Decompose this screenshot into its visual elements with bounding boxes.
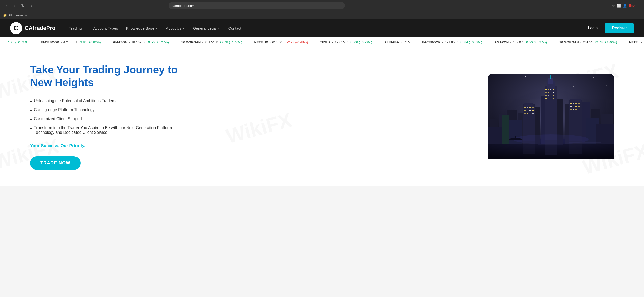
nav-account-types[interactable]: Account Types bbox=[90, 24, 121, 32]
ticker-item-alibaba: ALIBABA • TY 5 bbox=[378, 40, 416, 44]
svg-rect-63 bbox=[545, 140, 557, 155]
about-dropdown-icon: ▼ bbox=[182, 27, 185, 30]
svg-rect-17 bbox=[550, 75, 551, 79]
logo-link[interactable]: C CAtradePro bbox=[10, 22, 55, 34]
nav-trading[interactable]: Trading ▼ bbox=[65, 24, 89, 32]
svg-rect-48 bbox=[570, 106, 572, 107]
svg-rect-38 bbox=[532, 110, 534, 111]
forward-button[interactable]: › bbox=[11, 2, 18, 9]
svg-rect-25 bbox=[545, 95, 547, 96]
nav-links: Trading ▼ Account Types Knowledge Base ▼… bbox=[65, 24, 584, 32]
svg-rect-26 bbox=[553, 95, 554, 96]
svg-rect-32 bbox=[524, 107, 526, 108]
ticker-item-facebook: FACEBOOK • 471.85 D +3.84 (+0.82%) bbox=[35, 40, 107, 44]
svg-rect-53 bbox=[575, 109, 577, 110]
svg-rect-44 bbox=[570, 103, 572, 104]
extensions-icon[interactable]: ⬜ bbox=[617, 4, 621, 8]
svg-rect-47 bbox=[578, 103, 580, 104]
back-button[interactable]: ‹ bbox=[3, 2, 10, 9]
ticker-track: +1.20 (+0.71%) FACEBOOK • 471.85 D +3.84… bbox=[0, 40, 644, 44]
svg-rect-21 bbox=[553, 89, 554, 90]
svg-rect-19 bbox=[548, 89, 549, 90]
svg-rect-29 bbox=[553, 98, 554, 99]
menu-icon[interactable]: ⋮ bbox=[638, 4, 641, 8]
nav-knowledge-base[interactable]: Knowledge Base ▼ bbox=[123, 24, 162, 32]
home-button[interactable]: ⌂ bbox=[27, 2, 34, 9]
nav-right: Login Register bbox=[584, 23, 634, 33]
navbar: C CAtradePro Trading ▼ Account Types Kno… bbox=[0, 19, 644, 37]
svg-rect-39 bbox=[524, 113, 526, 114]
hero-bullet-3: Customized Client Support bbox=[30, 115, 181, 124]
nav-contact-label: Contact bbox=[228, 26, 241, 30]
bookmarks-bar: 📁 All Bookmarks bbox=[0, 11, 644, 19]
hero-bullet-4: Transform into the Trader You Aspire to … bbox=[30, 124, 181, 136]
svg-rect-45 bbox=[573, 103, 574, 104]
nav-contact[interactable]: Contact bbox=[225, 24, 245, 32]
svg-rect-61 bbox=[507, 117, 508, 117]
reload-button[interactable]: ↻ bbox=[19, 2, 26, 9]
nav-trading-label: Trading bbox=[69, 26, 82, 30]
logo-text: CAtradePro bbox=[25, 25, 55, 31]
register-button[interactable]: Register bbox=[605, 23, 634, 33]
svg-rect-31 bbox=[524, 103, 533, 107]
svg-rect-18 bbox=[545, 89, 547, 90]
nav-general-legal-label: General Legal bbox=[193, 26, 217, 30]
nav-about-us-label: About Us bbox=[166, 26, 181, 30]
bookmarks-label: All Bookmarks bbox=[8, 14, 28, 17]
ticker-item-prev: +1.20 (+0.71%) bbox=[0, 40, 35, 44]
svg-rect-51 bbox=[570, 109, 572, 110]
svg-rect-41 bbox=[532, 113, 534, 114]
svg-point-71 bbox=[495, 79, 496, 79]
ticker-item-jpmorgan-dup: JP MORGAN • 201.51 +2.78 (+1.40%) bbox=[553, 40, 623, 44]
browser-nav-buttons: ‹ › ↻ ⌂ bbox=[3, 2, 34, 9]
svg-rect-49 bbox=[575, 106, 577, 107]
browser-chrome: ‹ › ↻ ⌂ catradepro.com ☆ ⬜ 👤 Error ⋮ bbox=[0, 0, 644, 11]
ticker-change-prev: +1.20 (+0.71%) bbox=[6, 40, 29, 44]
nav-knowledge-base-label: Knowledge Base bbox=[126, 26, 155, 30]
svg-rect-57 bbox=[596, 124, 614, 144]
svg-rect-46 bbox=[575, 103, 577, 104]
svg-rect-43 bbox=[570, 99, 581, 102]
logo-circle: C bbox=[10, 22, 22, 34]
ticker-item-jpmorgan: JP MORGAN • 201.51 D +2.78 (+1.40%) bbox=[175, 40, 248, 44]
bookmark-icon[interactable]: ☆ bbox=[612, 4, 615, 8]
address-bar[interactable]: catradepro.com bbox=[169, 2, 345, 9]
ticker-item-amazon-dup: AMAZON • 187.07 +0.50 (+0.27%) bbox=[488, 40, 553, 44]
svg-rect-79 bbox=[515, 136, 516, 139]
svg-rect-22 bbox=[545, 92, 547, 93]
bookmarks-folder-icon: 📁 bbox=[3, 14, 7, 17]
hero-image bbox=[488, 74, 614, 159]
trading-dropdown-icon: ▼ bbox=[83, 27, 85, 30]
svg-rect-34 bbox=[529, 107, 531, 108]
svg-point-75 bbox=[593, 77, 594, 78]
login-button[interactable]: Login bbox=[584, 24, 602, 32]
legal-dropdown-icon: ▼ bbox=[218, 27, 220, 30]
svg-rect-35 bbox=[532, 107, 534, 108]
logo-letter: C bbox=[14, 24, 19, 32]
hero-section: WikiFX WikiFX WikiFX WikiFX WikiFX Take … bbox=[0, 47, 644, 186]
hero-left: Take Your Trading Journey to New Heights… bbox=[30, 63, 181, 170]
svg-rect-36 bbox=[524, 110, 526, 111]
svg-rect-37 bbox=[529, 110, 531, 111]
nav-account-types-label: Account Types bbox=[93, 26, 118, 30]
svg-point-74 bbox=[538, 84, 539, 84]
nav-general-legal[interactable]: General Legal ▼ bbox=[190, 24, 224, 32]
svg-rect-20 bbox=[550, 89, 551, 90]
ticker-item-amazon: AMAZON • 187.07 D +0.50 (+0.27%) bbox=[107, 40, 175, 44]
svg-rect-27 bbox=[548, 95, 549, 96]
svg-point-76 bbox=[606, 85, 607, 86]
nav-about-us[interactable]: About Us ▼ bbox=[162, 24, 188, 32]
city-skyline-svg bbox=[488, 74, 614, 159]
hero-title: Take Your Trading Journey to New Heights bbox=[30, 63, 181, 89]
svg-rect-23 bbox=[548, 92, 549, 93]
trade-now-button[interactable]: TRADE NOW bbox=[30, 156, 81, 170]
svg-rect-28 bbox=[545, 98, 547, 99]
svg-point-78 bbox=[573, 86, 574, 87]
profile-icon[interactable]: 👤 bbox=[623, 4, 627, 8]
svg-rect-52 bbox=[573, 109, 574, 110]
ticker-item-facebook-dup: FACEBOOK • 471.85 D +3.84 (+0.82%) bbox=[416, 40, 488, 44]
error-label: Error bbox=[629, 4, 636, 7]
ticker-bar: +1.20 (+0.71%) FACEBOOK • 471.85 D +3.84… bbox=[0, 37, 644, 47]
hero-bullet-2: Cutting-edge Platform Technology bbox=[30, 106, 181, 115]
hero-right bbox=[181, 74, 614, 159]
